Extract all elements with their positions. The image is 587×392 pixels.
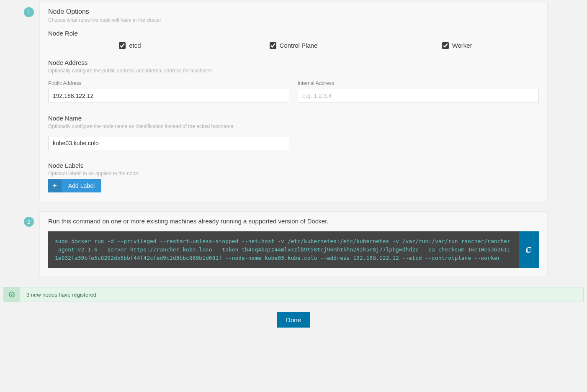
done-button[interactable]: Done <box>277 312 310 328</box>
check-circle-icon <box>4 287 20 302</box>
node-name-desc: Optionally configure the node name as id… <box>48 123 539 129</box>
command-code: sudo docker run -d --privileged --restar… <box>48 231 519 268</box>
node-name-input[interactable] <box>48 136 289 150</box>
alert-text: 3 new nodes have registered <box>20 292 103 298</box>
controlplane-label: Control Plane <box>280 42 318 49</box>
node-address-title: Node Address <box>48 59 539 66</box>
node-labels-desc: Optional labels to be applied to the nod… <box>48 171 539 177</box>
node-address-desc: Optionally configure the public address … <box>48 68 539 74</box>
node-options-title: Node Options <box>48 8 539 15</box>
public-address-label: Public Address <box>48 80 289 86</box>
internal-address-input[interactable] <box>298 89 539 103</box>
node-name-title: Node Name <box>48 115 539 122</box>
registration-alert: 3 new nodes have registered <box>3 287 584 302</box>
plus-icon: + <box>48 179 62 192</box>
command-panel: 2 Run this command on one or more existi… <box>39 211 548 277</box>
node-labels-title: Node Labels <box>48 162 539 169</box>
internal-address-label: Internal Address <box>298 80 539 86</box>
node-options-desc: Choose what roles the node will have in … <box>48 17 539 23</box>
command-desc: Run this command on one or more existing… <box>48 218 539 225</box>
node-role-title: Node Role <box>48 30 539 37</box>
step-1-badge: 1 <box>24 7 34 17</box>
node-options-panel: 1 Node Options Choose what roles the nod… <box>39 2 548 201</box>
clipboard-icon <box>525 246 532 253</box>
controlplane-checkbox[interactable] <box>270 42 276 49</box>
add-label-button[interactable]: + Add Label <box>48 179 101 192</box>
etcd-checkbox[interactable] <box>119 42 126 49</box>
worker-checkbox[interactable] <box>442 42 449 49</box>
copy-button[interactable] <box>519 231 539 268</box>
add-label-text: Add Label <box>62 182 101 189</box>
step-2-badge: 2 <box>24 217 34 227</box>
etcd-label: etcd <box>129 42 141 49</box>
worker-label: Worker <box>452 42 472 49</box>
svg-rect-0 <box>528 248 531 252</box>
public-address-input[interactable] <box>48 89 289 103</box>
